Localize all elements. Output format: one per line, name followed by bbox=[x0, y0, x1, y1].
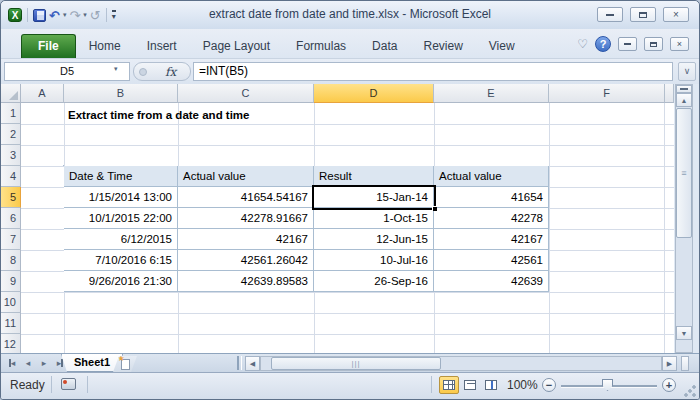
cell-C9[interactable]: 42639.89583 bbox=[178, 271, 314, 292]
cell-D7[interactable]: 12-Jun-15 bbox=[314, 229, 434, 250]
column-header-D[interactable]: D bbox=[314, 84, 434, 103]
formula-input[interactable]: =INT(B5) bbox=[193, 62, 673, 81]
save-icon[interactable] bbox=[33, 9, 46, 22]
column-header-A[interactable]: A bbox=[21, 84, 64, 103]
tab-split-handle[interactable] bbox=[237, 356, 242, 370]
vertical-scrollbar[interactable]: ▲ ≡ ▼ bbox=[675, 84, 693, 353]
row-header-8[interactable]: 8 bbox=[1, 250, 21, 271]
cell-E6[interactable]: 42278 bbox=[434, 208, 549, 229]
vertical-scrollbar-thumb[interactable]: ≡ bbox=[676, 108, 692, 238]
zoom-in-button[interactable]: + bbox=[662, 378, 676, 392]
cell-area[interactable]: Extract time from a date and time Date &… bbox=[21, 103, 674, 353]
page-break-view-button[interactable] bbox=[481, 376, 501, 394]
first-sheet-button[interactable]: ◂ bbox=[5, 356, 19, 370]
scroll-up-button[interactable]: ▲ bbox=[676, 93, 692, 107]
normal-view-button[interactable] bbox=[439, 376, 459, 394]
cell-D4[interactable]: Result bbox=[314, 166, 434, 187]
tab-formulas[interactable]: Formulas bbox=[283, 35, 359, 58]
macro-record-icon[interactable] bbox=[61, 378, 76, 390]
cell-D6[interactable]: 1-Oct-15 bbox=[314, 208, 434, 229]
column-header-C[interactable]: C bbox=[178, 84, 314, 103]
expand-formula-bar-icon[interactable]: ∨ bbox=[678, 62, 696, 81]
column-header-B[interactable]: B bbox=[64, 84, 178, 103]
minimize-ribbon-icon[interactable]: ♡ bbox=[577, 37, 588, 51]
row-header-9[interactable]: 9 bbox=[1, 271, 21, 292]
cell-E8[interactable]: 42561 bbox=[434, 250, 549, 271]
tab-insert[interactable]: Insert bbox=[134, 35, 190, 58]
workbook-minimize-button[interactable] bbox=[618, 37, 637, 51]
help-button[interactable]: ? bbox=[595, 36, 611, 52]
row-header-7[interactable]: 7 bbox=[1, 229, 21, 250]
cell-D8[interactable]: 10-Jul-16 bbox=[314, 250, 434, 271]
name-box-dropdown-icon[interactable]: ▾ bbox=[114, 65, 118, 73]
scroll-left-button[interactable]: ◀ bbox=[245, 356, 260, 371]
tab-data[interactable]: Data bbox=[359, 35, 410, 58]
cell-C7[interactable]: 42167 bbox=[178, 229, 314, 250]
cell-B7[interactable]: 6/12/2015 bbox=[64, 229, 178, 250]
customize-quick-access-icon[interactable]: ▾ bbox=[112, 10, 116, 21]
row-header-5[interactable]: 5 bbox=[1, 187, 21, 208]
close-button[interactable]: × bbox=[663, 7, 689, 22]
fill-handle[interactable] bbox=[432, 206, 437, 211]
undo-icon[interactable]: ↶ bbox=[49, 9, 60, 22]
scroll-right-button[interactable]: ▶ bbox=[662, 356, 677, 371]
insert-function-button[interactable]: fx bbox=[165, 65, 176, 79]
tab-home[interactable]: Home bbox=[76, 35, 134, 58]
tab-page-layout[interactable]: Page Layout bbox=[190, 35, 283, 58]
select-all-corner[interactable] bbox=[1, 84, 21, 103]
column-header-partial[interactable] bbox=[665, 84, 674, 103]
workbook-restore-button[interactable] bbox=[644, 37, 663, 51]
cell-D9[interactable]: 26-Sep-16 bbox=[314, 271, 434, 292]
sheet-tab-sheet1[interactable]: Sheet1 bbox=[61, 354, 123, 372]
horizontal-scrollbar-thumb[interactable]: ||| bbox=[271, 357, 441, 370]
horizontal-scrollbar[interactable]: ||| bbox=[260, 356, 662, 371]
column-header-E[interactable]: E bbox=[434, 84, 549, 103]
cell-B5[interactable]: 1/15/2014 13:00 bbox=[64, 187, 178, 208]
vertical-split-handle[interactable] bbox=[676, 85, 692, 93]
cell-C5[interactable]: 41654.54167 bbox=[178, 187, 314, 208]
row-header-12[interactable]: 12 bbox=[1, 334, 21, 353]
tab-view[interactable]: View bbox=[476, 35, 528, 58]
resize-grip[interactable] bbox=[684, 385, 696, 397]
previous-sheet-button[interactable]: ◂ bbox=[21, 356, 35, 370]
row-header-6[interactable]: 6 bbox=[1, 208, 21, 229]
cell-B6[interactable]: 10/1/2015 22:00 bbox=[64, 208, 178, 229]
tab-review[interactable]: Review bbox=[410, 35, 475, 58]
cell-C6[interactable]: 42278.91667 bbox=[178, 208, 314, 229]
repeat-icon[interactable]: ↺ bbox=[90, 9, 101, 22]
row-header-3[interactable]: 3 bbox=[1, 145, 21, 166]
workbook-close-button[interactable]: × bbox=[670, 37, 689, 51]
cell-C4[interactable]: Actual value bbox=[178, 166, 314, 187]
row-header-2[interactable]: 2 bbox=[1, 124, 21, 145]
cell-B9[interactable]: 9/26/2016 21:30 bbox=[64, 271, 178, 292]
cell-B4[interactable]: Date & Time bbox=[64, 166, 178, 187]
selected-cell-outline[interactable] bbox=[312, 185, 436, 210]
cell-E7[interactable]: 42167 bbox=[434, 229, 549, 250]
tab-file[interactable]: File bbox=[21, 34, 76, 58]
page-layout-view-button[interactable] bbox=[460, 376, 480, 394]
minimize-button[interactable] bbox=[597, 7, 623, 22]
column-header-F[interactable]: F bbox=[549, 84, 665, 103]
namebox-resize-dot[interactable] bbox=[139, 68, 147, 76]
redo-dropdown-icon[interactable]: ▾ bbox=[83, 11, 87, 19]
cell-E4[interactable]: Actual value bbox=[434, 166, 549, 187]
zoom-out-button[interactable]: − bbox=[542, 378, 556, 392]
row-header-1[interactable]: 1 bbox=[1, 103, 21, 124]
scroll-down-button[interactable]: ▼ bbox=[676, 326, 692, 340]
redo-icon[interactable]: ↷ bbox=[69, 9, 80, 22]
row-header-4[interactable]: 4 bbox=[1, 166, 21, 187]
row-header-11[interactable]: 11 bbox=[1, 313, 21, 334]
restore-button[interactable] bbox=[630, 7, 656, 22]
name-box[interactable]: D5 bbox=[4, 62, 130, 81]
excel-logo-icon[interactable]: X bbox=[8, 8, 22, 22]
zoom-level[interactable]: 100% bbox=[507, 378, 538, 392]
next-sheet-button[interactable]: ▸ bbox=[37, 356, 51, 370]
cell-C8[interactable]: 42561.26042 bbox=[178, 250, 314, 271]
zoom-slider-thumb[interactable] bbox=[602, 379, 613, 391]
cell-B8[interactable]: 7/10/2016 6:15 bbox=[64, 250, 178, 271]
undo-dropdown-icon[interactable]: ▾ bbox=[63, 11, 67, 19]
horizontal-split-handle[interactable] bbox=[681, 356, 689, 371]
cell-E5[interactable]: 41654 bbox=[434, 187, 549, 208]
cell-E9[interactable]: 42639 bbox=[434, 271, 549, 292]
row-header-10[interactable]: 10 bbox=[1, 292, 21, 313]
